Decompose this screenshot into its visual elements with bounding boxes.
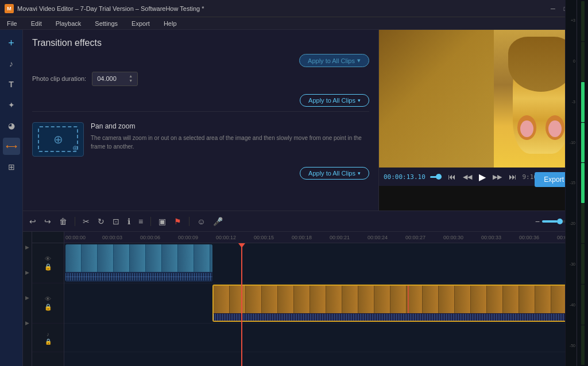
spin-down[interactable]: ▼ (129, 79, 133, 83)
ruler-mark-10: 00:00:30 (443, 235, 463, 240)
crop-button[interactable]: ⊡ (111, 215, 121, 228)
pan-zoom-card: ⊕ ⊕ Pan and zoom The camera will zoom in… (23, 118, 378, 161)
time-frames: 10 (418, 173, 425, 181)
app-icon: M (5, 4, 14, 13)
side-btn-1[interactable]: ▶ (25, 244, 29, 250)
flag-button[interactable]: ⚑ (172, 215, 183, 228)
window-title: Movavi Video Editor – 7-Day Trial Versio… (17, 5, 204, 12)
ruler-mark-3: 00:00:09 (178, 235, 198, 240)
zoom-minus-button[interactable]: − (535, 217, 540, 226)
track-2-label: 👁 🔒 (32, 283, 64, 324)
text-button[interactable]: T (3, 76, 20, 93)
audio-wave-2 (214, 313, 588, 322)
mosaic-button[interactable]: ⊞ (3, 158, 20, 176)
menu-export[interactable]: Export (129, 19, 152, 28)
thumbnail-inner: ⊕ ⊕ (38, 126, 78, 152)
apply-to-all-clips-btn-1[interactable]: Apply to All Clips ▾ (300, 94, 369, 107)
add-button[interactable]: + (3, 34, 20, 52)
side-btn-3[interactable]: ▶ (25, 295, 29, 301)
clip-cut-marker (408, 286, 409, 313)
menu-file[interactable]: File (5, 19, 20, 28)
effects-panel: Transition effects Apply to All Clips ▾ … (23, 30, 379, 211)
apply-to-all-clips-btn-2[interactable]: Apply to All Clips ▾ (300, 167, 369, 180)
menu-edit[interactable]: Edit (29, 19, 44, 28)
delete-button[interactable]: 🗑 (57, 215, 69, 228)
chevron-down-icon-1: ▾ (358, 98, 361, 103)
timeline-outer: ▶ ▶ ▶ ▶ 👁 🔒 (23, 232, 588, 366)
duration-input[interactable] (97, 75, 126, 82)
title-bar: M Movavi Video Editor – 7-Day Trial Vers… (0, 0, 588, 17)
vu-meter (577, 232, 588, 366)
transition-button[interactable]: ⟷ (3, 138, 20, 155)
vu-bar-8 (581, 285, 585, 325)
menu-playback[interactable]: Playback (53, 19, 84, 28)
photo-duration-row: Photo clip duration: ▲ ▼ (23, 69, 378, 92)
display-button[interactable]: ▣ (157, 215, 168, 228)
apply-btn-top-partial[interactable]: Apply to All Clips ▾ (299, 54, 369, 67)
track-1-icons: 👁 🔒 (44, 255, 52, 271)
track-row-3 (64, 324, 588, 352)
zoom-icon: ⊕ (53, 133, 63, 146)
face-button[interactable]: ☺ (195, 215, 207, 228)
vu-labels: +3 0 -3 -10 -15 -20 -30 -40 -50 (565, 232, 577, 366)
info-button[interactable]: ℹ (126, 215, 132, 228)
track-3-eye-icon[interactable]: ♪ (47, 331, 49, 337)
preview-panel: Export ▾ 00:00:13.10 ⏮ ◀◀ ▶ (379, 30, 588, 211)
vu-label-n50: -50 (570, 344, 575, 348)
track-1-eye-icon[interactable]: 👁 (45, 255, 51, 262)
ruler-mark-8: 00:00:24 (368, 235, 388, 240)
apply-btn-1-label: Apply to All Clips (308, 97, 355, 104)
ruler-mark-0: 00:00:00 (65, 235, 86, 240)
vu-label-n30: -30 (570, 262, 575, 266)
ruler-mark-7: 00:00:21 (330, 235, 350, 240)
duration-label: Photo clip duration: (32, 75, 86, 82)
list-button[interactable]: ≡ (137, 215, 145, 228)
ruler-spacer (32, 232, 64, 243)
effect-info: Pan and zoom The camera will zoom in or … (91, 122, 369, 151)
ruler-mark-6: 00:00:18 (292, 235, 312, 240)
zoom-dot (557, 219, 563, 224)
forward-button[interactable]: ▶▶ (492, 172, 503, 182)
menu-help[interactable]: Help (161, 19, 179, 28)
video-clip-1[interactable] (65, 244, 212, 282)
progress-fill (430, 176, 439, 178)
progress-bar[interactable] (430, 176, 442, 178)
menu-settings[interactable]: Settings (92, 19, 120, 28)
video-clip-2[interactable] (212, 285, 588, 322)
prev-button[interactable]: ⏮ (447, 171, 457, 182)
redo-button[interactable]: ↪ (42, 215, 53, 228)
next-button[interactable]: ⏭ (508, 171, 518, 182)
divider (32, 111, 369, 112)
track-2-eye-icon[interactable]: 👁 (45, 295, 51, 302)
track-1-lock-icon[interactable]: 🔒 (44, 263, 52, 271)
rewind-button[interactable]: ◀◀ (462, 172, 473, 182)
music-button[interactable]: ♪ (3, 55, 20, 72)
zoom-fill (542, 220, 558, 223)
panel-title: Transition effects (23, 30, 378, 54)
fx-button[interactable]: ✦ (3, 96, 20, 114)
rotate-button[interactable]: ↻ (96, 215, 106, 228)
left-toolbar: + ♪ T ✦ ◕ ⟷ ⊞ (0, 30, 23, 366)
content-area: Transition effects Apply to All Clips ▾ … (23, 30, 588, 366)
undo-button[interactable]: ↩ (28, 215, 38, 228)
track-3-icons: ♪ 🔒 (45, 331, 52, 345)
timeline-ruler: 00:00:00 00:00:03 00:00:06 00:00:09 00:0… (64, 232, 588, 243)
cut-button[interactable]: ✂ (81, 215, 91, 228)
track-2-lock-icon[interactable]: 🔒 (44, 303, 52, 311)
ruler-mark-9: 00:00:27 (405, 235, 425, 240)
track-3-lock-icon[interactable]: 🔒 (45, 338, 52, 345)
mic-button[interactable]: 🎤 (211, 215, 225, 228)
apply-row-1: Apply to All Clips ▾ (23, 92, 378, 111)
chevron-down-icon-2: ▾ (358, 170, 361, 176)
color-button[interactable]: ◕ (3, 117, 20, 134)
play-button[interactable]: ▶ (478, 170, 487, 184)
tracks-wrapper: 00:00:00 00:00:03 00:00:06 00:00:09 00:0… (64, 232, 588, 366)
time-value: 00:00:13 (384, 173, 414, 181)
side-btn-4[interactable]: ▶ (25, 320, 29, 326)
side-btn-2[interactable]: ▶ (25, 270, 29, 275)
toolbar-sep-2 (150, 217, 151, 226)
vu-bar-7 (581, 244, 585, 284)
timeline-toolbar: ↩ ↪ 🗑 ✂ ↻ ⊡ ℹ ≡ ▣ ⚑ ☺ 🎤 − (23, 211, 588, 232)
spin-up[interactable]: ▲ (129, 74, 133, 79)
minimize-button[interactable]: ─ (548, 3, 558, 14)
